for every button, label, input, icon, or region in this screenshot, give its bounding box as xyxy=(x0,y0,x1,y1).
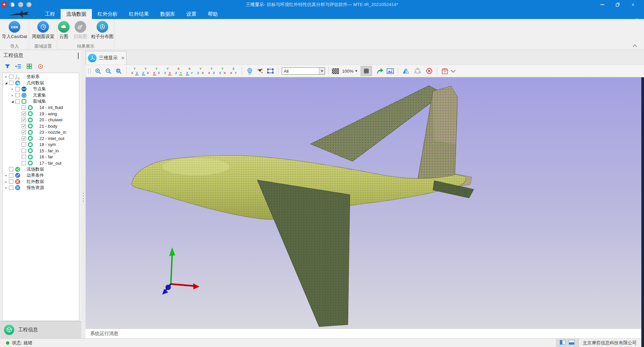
tree-checkbox[interactable] xyxy=(22,124,26,128)
tree-checkbox[interactable] xyxy=(22,130,26,134)
minimize-button[interactable] xyxy=(595,0,610,9)
particle-distribution-button[interactable]: 粒子分布图 xyxy=(90,20,115,40)
tree-checkbox[interactable] xyxy=(9,75,13,79)
app-logo-icon[interactable] xyxy=(2,2,7,7)
bottom-panel-toggle-icon[interactable] xyxy=(569,340,574,346)
tree-item[interactable]: 18 - sym xyxy=(3,142,79,148)
tree-expander-icon[interactable]: ◢ xyxy=(4,81,8,85)
view-orientation-button-3[interactable]: YXZ xyxy=(152,66,161,76)
toolbar-drag-handle[interactable] xyxy=(88,68,91,74)
tree-checkbox[interactable] xyxy=(22,136,26,141)
menu-item-6[interactable]: 帮助 xyxy=(202,9,223,19)
zoom-out-icon[interactable] xyxy=(104,66,113,76)
tree-expander-icon[interactable]: ▸ xyxy=(4,186,8,189)
tree-item[interactable]: ▸节点集 xyxy=(3,86,79,92)
tree-checkbox[interactable] xyxy=(22,155,26,159)
ribbon-collapse-button[interactable] xyxy=(632,44,637,48)
tree-item[interactable]: ◢几何数据 xyxy=(3,80,79,86)
combobox-dropdown-icon[interactable] xyxy=(319,68,325,74)
tree-checkbox[interactable] xyxy=(22,161,26,165)
tree-item[interactable]: ▸边界条件 xyxy=(3,172,79,179)
tree-item[interactable]: ▸报告资源 xyxy=(3,185,79,191)
3d-viewport[interactable] xyxy=(86,77,644,328)
selection-box-icon[interactable] xyxy=(266,66,275,76)
tree-checkbox[interactable] xyxy=(22,105,26,110)
restore-button[interactable] xyxy=(610,0,625,9)
tree-checkbox[interactable] xyxy=(9,186,13,190)
archive-dropdown-chevron-icon[interactable] xyxy=(451,68,455,73)
tree-item[interactable]: 23 - nozzle_in xyxy=(3,129,79,136)
tree-item[interactable]: 流场数据 xyxy=(3,166,79,173)
tree-checkbox[interactable] xyxy=(9,81,13,85)
tree-expander-icon[interactable]: ◢ xyxy=(10,100,15,103)
panel-splitter[interactable] xyxy=(81,50,86,338)
tree-checkbox[interactable] xyxy=(22,142,26,147)
tree-item[interactable]: ▸元素集 xyxy=(3,92,79,99)
tree-item[interactable]: 19 - wing xyxy=(3,111,79,117)
menu-item-2[interactable]: 红外分析 xyxy=(92,9,123,19)
view-orientation-button-9[interactable]: YZX xyxy=(218,66,227,76)
tree-item[interactable]: ◢面域集 xyxy=(3,98,79,105)
tree-checkbox[interactable] xyxy=(15,87,20,91)
menu-item-5[interactable]: 设置 xyxy=(181,9,202,19)
menu-item-0[interactable]: 工程 xyxy=(39,9,61,19)
archive-box-icon[interactable] xyxy=(441,66,449,76)
view-orientation-button-2[interactable]: YZX xyxy=(141,66,151,76)
contour-plot-button[interactable]: 云图 xyxy=(57,20,71,40)
tree-checkbox[interactable] xyxy=(22,112,26,116)
locate-target-icon[interactable] xyxy=(37,63,44,70)
new-file-icon[interactable] xyxy=(10,2,15,7)
menu-item-3[interactable]: 红外结果 xyxy=(123,9,155,19)
view-orientation-button-10[interactable]: ZXY xyxy=(229,66,238,76)
scatter-points-icon[interactable] xyxy=(256,66,264,76)
view-orientation-button-6[interactable]: XZY xyxy=(185,66,194,76)
undo-icon[interactable] xyxy=(18,2,23,7)
tree-item[interactable]: ▸Yzx坐标系 xyxy=(3,74,79,80)
mesh-display-toggle[interactable] xyxy=(361,66,372,76)
menu-item-4[interactable]: 数据库 xyxy=(155,9,181,19)
camera-view-icon[interactable] xyxy=(245,66,254,76)
tree-expander-icon[interactable]: ▸ xyxy=(4,174,8,177)
view-orientation-button-5[interactable]: XZY xyxy=(174,66,183,76)
tree-item[interactable]: 14 - int_fluid xyxy=(3,105,79,111)
orbit-path-icon[interactable] xyxy=(413,66,422,76)
screenshot-icon[interactable] xyxy=(386,66,395,76)
view-orientation-button-1[interactable]: YXZ xyxy=(130,66,140,76)
periodic-face-settings-button[interactable]: 周期面设置 xyxy=(31,20,56,40)
tree-item[interactable]: 15 - far_in xyxy=(3,148,79,154)
panel-collapse-icon[interactable] xyxy=(78,53,79,58)
clear-delete-icon[interactable] xyxy=(425,66,434,76)
zoom-in-icon[interactable] xyxy=(94,66,102,76)
tree-item[interactable]: 16 - far xyxy=(3,154,79,160)
tab-close-icon[interactable]: × xyxy=(122,55,124,61)
tree-item[interactable]: 20 - chuiwei xyxy=(3,117,79,123)
tree-checkbox[interactable] xyxy=(15,99,20,104)
display-filter-combobox[interactable]: All xyxy=(282,67,325,75)
tree-item[interactable]: 21 - body xyxy=(3,123,79,129)
tree-expander-icon[interactable]: ▸ xyxy=(10,87,15,91)
tree-checkbox[interactable] xyxy=(9,179,13,184)
collapse-all-icon[interactable] xyxy=(15,63,22,70)
redo-icon[interactable] xyxy=(26,2,32,7)
tree-item[interactable]: ▸红外数据 xyxy=(3,179,79,185)
close-button[interactable]: × xyxy=(625,0,641,9)
view-orientation-button-4[interactable]: YZX xyxy=(163,66,172,76)
tab-3d-view[interactable]: 三维显示 × xyxy=(86,51,127,65)
tree-checkbox[interactable] xyxy=(22,149,26,153)
tree-checkbox[interactable] xyxy=(22,118,26,122)
import-cas-dat-button[interactable]: cas 导入Cas/Dat xyxy=(1,20,29,40)
tree-item[interactable]: 17 - far_out xyxy=(3,160,79,166)
tree-checkbox[interactable] xyxy=(9,173,13,178)
tree-checkbox[interactable] xyxy=(9,167,13,171)
tree-item[interactable]: 22 - inlet_out xyxy=(3,135,79,142)
zoom-fit-icon[interactable] xyxy=(114,66,123,76)
tree-expander-icon[interactable]: ▸ xyxy=(4,180,8,183)
tree-checkbox[interactable] xyxy=(15,93,20,97)
filter-icon[interactable] xyxy=(4,63,11,70)
project-info-bottom-button[interactable]: 工程信息 xyxy=(0,321,81,338)
view-orientation-button-8[interactable]: YXZ xyxy=(207,66,216,76)
menu-item-1[interactable]: 流场数据 xyxy=(61,9,92,19)
grid-view-icon[interactable] xyxy=(26,63,33,70)
export-arrow-icon[interactable] xyxy=(376,66,384,76)
mirror-icon[interactable] xyxy=(402,66,410,76)
